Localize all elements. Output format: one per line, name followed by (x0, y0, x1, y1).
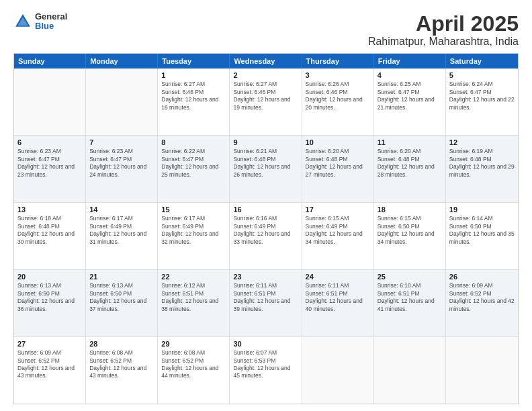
day-info: Sunrise: 6:17 AM Sunset: 6:49 PM Dayligh… (161, 215, 226, 246)
calendar-day-25: 25Sunrise: 6:10 AM Sunset: 6:51 PM Dayli… (374, 270, 446, 336)
day-info: Sunrise: 6:20 AM Sunset: 6:48 PM Dayligh… (378, 148, 442, 179)
calendar-empty-cell (14, 68, 86, 135)
day-number: 1 (161, 71, 226, 79)
calendar-day-5: 5Sunrise: 6:24 AM Sunset: 6:47 PM Daylig… (446, 68, 518, 135)
day-number: 7 (89, 138, 154, 146)
day-info: Sunrise: 6:10 AM Sunset: 6:51 PM Dayligh… (378, 282, 442, 313)
day-number: 11 (378, 138, 442, 146)
day-number: 30 (233, 340, 298, 348)
calendar-day-28: 28Sunrise: 6:08 AM Sunset: 6:52 PM Dayli… (86, 337, 158, 404)
calendar-day-1: 1Sunrise: 6:27 AM Sunset: 6:46 PM Daylig… (158, 68, 230, 135)
day-number: 6 (17, 138, 82, 146)
calendar-day-22: 22Sunrise: 6:12 AM Sunset: 6:51 PM Dayli… (158, 270, 230, 336)
day-info: Sunrise: 6:22 AM Sunset: 6:47 PM Dayligh… (161, 148, 226, 179)
day-number: 24 (306, 273, 370, 281)
day-number: 9 (233, 138, 298, 146)
day-number: 26 (449, 273, 515, 281)
page: General Blue April 2025 Rahimatpur, Maha… (0, 0, 532, 411)
day-info: Sunrise: 6:21 AM Sunset: 6:48 PM Dayligh… (233, 148, 298, 179)
day-number: 23 (233, 273, 298, 281)
day-info: Sunrise: 6:13 AM Sunset: 6:50 PM Dayligh… (89, 282, 154, 313)
day-number: 29 (161, 340, 226, 348)
calendar-empty-cell (302, 337, 374, 404)
day-info: Sunrise: 6:17 AM Sunset: 6:49 PM Dayligh… (89, 215, 154, 246)
day-number: 21 (89, 273, 154, 281)
day-info: Sunrise: 6:08 AM Sunset: 6:52 PM Dayligh… (161, 349, 226, 380)
calendar-day-13: 13Sunrise: 6:18 AM Sunset: 6:48 PM Dayli… (14, 203, 86, 269)
calendar-day-23: 23Sunrise: 6:11 AM Sunset: 6:51 PM Dayli… (230, 270, 302, 336)
day-info: Sunrise: 6:27 AM Sunset: 6:46 PM Dayligh… (233, 81, 298, 111)
day-number: 15 (161, 205, 226, 214)
day-number: 25 (378, 273, 442, 281)
calendar-weekday-monday: Monday (86, 54, 158, 68)
page-title: April 2025 (368, 12, 519, 36)
calendar-weekday-tuesday: Tuesday (158, 54, 230, 68)
day-number: 2 (233, 71, 298, 79)
logo-text: General Blue (35, 12, 67, 32)
calendar-day-30: 30Sunrise: 6:07 AM Sunset: 6:53 PM Dayli… (230, 337, 302, 404)
calendar-day-14: 14Sunrise: 6:17 AM Sunset: 6:49 PM Dayli… (86, 203, 158, 269)
day-number: 5 (449, 71, 515, 79)
calendar-day-10: 10Sunrise: 6:20 AM Sunset: 6:48 PM Dayli… (302, 136, 374, 202)
day-info: Sunrise: 6:11 AM Sunset: 6:51 PM Dayligh… (306, 282, 370, 313)
day-info: Sunrise: 6:23 AM Sunset: 6:47 PM Dayligh… (89, 148, 154, 179)
page-subtitle: Rahimatpur, Maharashtra, India (368, 36, 519, 48)
day-info: Sunrise: 6:09 AM Sunset: 6:52 PM Dayligh… (17, 349, 82, 380)
header: General Blue April 2025 Rahimatpur, Maha… (13, 12, 519, 48)
day-number: 22 (161, 273, 226, 281)
calendar-empty-cell (374, 337, 446, 404)
calendar-day-21: 21Sunrise: 6:13 AM Sunset: 6:50 PM Dayli… (86, 270, 158, 336)
day-info: Sunrise: 6:20 AM Sunset: 6:48 PM Dayligh… (306, 148, 370, 179)
day-number: 14 (89, 205, 154, 214)
calendar-day-19: 19Sunrise: 6:14 AM Sunset: 6:50 PM Dayli… (446, 203, 518, 269)
calendar-day-4: 4Sunrise: 6:25 AM Sunset: 6:47 PM Daylig… (374, 68, 446, 135)
calendar-day-12: 12Sunrise: 6:19 AM Sunset: 6:48 PM Dayli… (446, 136, 518, 202)
day-number: 3 (306, 71, 370, 79)
calendar-day-24: 24Sunrise: 6:11 AM Sunset: 6:51 PM Dayli… (302, 270, 374, 336)
day-number: 28 (89, 340, 154, 348)
day-number: 13 (17, 205, 82, 214)
calendar-body: 1Sunrise: 6:27 AM Sunset: 6:46 PM Daylig… (14, 68, 518, 404)
day-info: Sunrise: 6:08 AM Sunset: 6:52 PM Dayligh… (89, 349, 154, 380)
calendar-header: SundayMondayTuesdayWednesdayThursdayFrid… (14, 54, 518, 68)
day-number: 27 (17, 340, 82, 348)
day-info: Sunrise: 6:09 AM Sunset: 6:52 PM Dayligh… (449, 282, 515, 313)
day-info: Sunrise: 6:25 AM Sunset: 6:47 PM Dayligh… (378, 81, 442, 111)
calendar: SundayMondayTuesdayWednesdayThursdayFrid… (13, 53, 519, 404)
logo-blue-text: Blue (35, 21, 67, 31)
calendar-row-5: 27Sunrise: 6:09 AM Sunset: 6:52 PM Dayli… (14, 337, 518, 404)
day-number: 8 (161, 138, 226, 146)
calendar-day-26: 26Sunrise: 6:09 AM Sunset: 6:52 PM Dayli… (446, 270, 518, 336)
calendar-day-16: 16Sunrise: 6:16 AM Sunset: 6:49 PM Dayli… (230, 203, 302, 269)
day-number: 16 (233, 205, 298, 214)
day-info: Sunrise: 6:26 AM Sunset: 6:46 PM Dayligh… (306, 81, 370, 111)
calendar-day-3: 3Sunrise: 6:26 AM Sunset: 6:46 PM Daylig… (302, 68, 374, 135)
calendar-weekday-wednesday: Wednesday (230, 54, 302, 68)
calendar-day-11: 11Sunrise: 6:20 AM Sunset: 6:48 PM Dayli… (374, 136, 446, 202)
day-info: Sunrise: 6:16 AM Sunset: 6:49 PM Dayligh… (233, 215, 298, 246)
calendar-empty-cell (86, 68, 158, 135)
calendar-day-29: 29Sunrise: 6:08 AM Sunset: 6:52 PM Dayli… (158, 337, 230, 404)
calendar-row-4: 20Sunrise: 6:13 AM Sunset: 6:50 PM Dayli… (14, 270, 518, 337)
calendar-day-18: 18Sunrise: 6:15 AM Sunset: 6:50 PM Dayli… (374, 203, 446, 269)
calendar-weekday-sunday: Sunday (14, 54, 86, 68)
day-info: Sunrise: 6:07 AM Sunset: 6:53 PM Dayligh… (233, 349, 298, 380)
calendar-day-2: 2Sunrise: 6:27 AM Sunset: 6:46 PM Daylig… (230, 68, 302, 135)
day-number: 4 (378, 71, 442, 79)
calendar-row-1: 1Sunrise: 6:27 AM Sunset: 6:46 PM Daylig… (14, 68, 518, 136)
day-info: Sunrise: 6:24 AM Sunset: 6:47 PM Dayligh… (449, 81, 515, 111)
day-number: 10 (306, 138, 370, 146)
calendar-empty-cell (446, 337, 518, 404)
calendar-day-8: 8Sunrise: 6:22 AM Sunset: 6:47 PM Daylig… (158, 136, 230, 202)
calendar-row-2: 6Sunrise: 6:23 AM Sunset: 6:47 PM Daylig… (14, 136, 518, 203)
calendar-day-9: 9Sunrise: 6:21 AM Sunset: 6:48 PM Daylig… (230, 136, 302, 202)
day-number: 17 (306, 205, 370, 214)
calendar-day-17: 17Sunrise: 6:15 AM Sunset: 6:49 PM Dayli… (302, 203, 374, 269)
day-info: Sunrise: 6:23 AM Sunset: 6:47 PM Dayligh… (17, 148, 82, 179)
logo: General Blue (13, 12, 67, 32)
calendar-day-7: 7Sunrise: 6:23 AM Sunset: 6:47 PM Daylig… (86, 136, 158, 202)
day-info: Sunrise: 6:19 AM Sunset: 6:48 PM Dayligh… (449, 148, 515, 179)
day-number: 19 (449, 205, 515, 214)
day-info: Sunrise: 6:11 AM Sunset: 6:51 PM Dayligh… (233, 282, 298, 313)
day-info: Sunrise: 6:13 AM Sunset: 6:50 PM Dayligh… (17, 282, 82, 313)
